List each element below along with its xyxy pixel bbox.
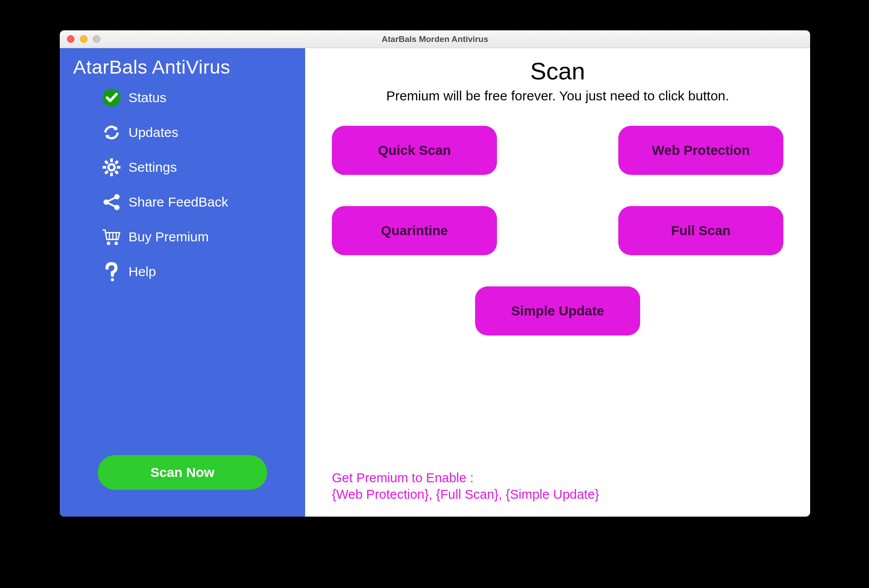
premium-note-line: {Web Protection}, {Full Scan}, {Simple U…	[332, 486, 792, 503]
button-row: Simple Update	[323, 286, 792, 335]
subtitle: Premium will be free forever. You just n…	[323, 88, 792, 104]
sidebar-item-label: Updates	[128, 125, 178, 140]
sidebar-item-help[interactable]: Help	[101, 261, 305, 282]
traffic-lights	[60, 35, 100, 43]
sidebar-item-status[interactable]: Status	[101, 87, 305, 108]
svg-point-18	[107, 242, 110, 245]
svg-rect-5	[117, 166, 120, 169]
sidebar-item-label: Share FeedBack	[128, 195, 228, 210]
premium-note: Get Premium to Enable : {Web Protection}…	[323, 470, 792, 503]
svg-rect-7	[104, 170, 109, 174]
sidebar-item-label: Buy Premium	[128, 229, 209, 244]
simple-update-button[interactable]: Simple Update	[475, 286, 640, 335]
app-window: AtarBals Morden Antivirus AtarBals AntiV…	[60, 30, 810, 517]
button-grid: Quick Scan Web Protection Quarintine Ful…	[323, 126, 792, 335]
content: AtarBals AntiVirus Status	[60, 48, 810, 517]
svg-rect-9	[114, 170, 119, 174]
quarantine-button[interactable]: Quarintine	[332, 206, 497, 255]
svg-rect-8	[104, 160, 109, 165]
close-button[interactable]	[67, 35, 74, 43]
window-title: AtarBals Morden Antivirus	[60, 34, 810, 44]
cart-icon	[101, 226, 122, 248]
check-circle-icon	[101, 87, 122, 108]
svg-point-20	[111, 278, 114, 282]
app-title: AtarBals AntiVirus	[60, 56, 305, 78]
svg-rect-3	[110, 173, 113, 176]
sidebar-item-label: Settings	[128, 160, 177, 175]
premium-note-line: Get Premium to Enable :	[332, 470, 792, 487]
help-icon	[101, 261, 122, 282]
sidebar-item-label: Status	[128, 90, 166, 105]
svg-point-19	[115, 242, 118, 245]
scan-now-wrap: Scan Now	[60, 455, 305, 517]
nav-items: Status Updates	[60, 87, 305, 282]
svg-line-13	[106, 197, 117, 202]
web-protection-button[interactable]: Web Protection	[618, 126, 783, 175]
svg-rect-2	[110, 158, 113, 162]
button-row: Quick Scan Web Protection	[323, 126, 792, 175]
titlebar: AtarBals Morden Antivirus	[60, 30, 810, 48]
share-icon	[101, 191, 122, 213]
svg-rect-4	[103, 166, 106, 169]
sidebar-item-share-feedback[interactable]: Share FeedBack	[101, 191, 305, 213]
scan-now-button[interactable]: Scan Now	[98, 455, 267, 490]
refresh-icon	[101, 122, 122, 143]
svg-point-1	[108, 164, 115, 170]
full-scan-button[interactable]: Full Scan	[618, 206, 783, 255]
sidebar-item-settings[interactable]: Settings	[101, 157, 305, 178]
quick-scan-button[interactable]: Quick Scan	[332, 126, 497, 175]
svg-line-14	[106, 202, 117, 207]
maximize-button[interactable]	[93, 35, 100, 43]
sidebar-item-updates[interactable]: Updates	[101, 122, 305, 143]
main: Scan Premium will be free forever. You j…	[305, 48, 810, 517]
button-row: Quarintine Full Scan	[323, 206, 792, 255]
minimize-button[interactable]	[80, 35, 87, 43]
sidebar-item-label: Help	[128, 264, 156, 279]
page-title: Scan	[323, 57, 792, 85]
gear-icon	[101, 157, 122, 178]
sidebar-item-buy-premium[interactable]: Buy Premium	[101, 226, 305, 248]
sidebar: AtarBals AntiVirus Status	[60, 48, 305, 517]
svg-rect-6	[114, 160, 119, 165]
